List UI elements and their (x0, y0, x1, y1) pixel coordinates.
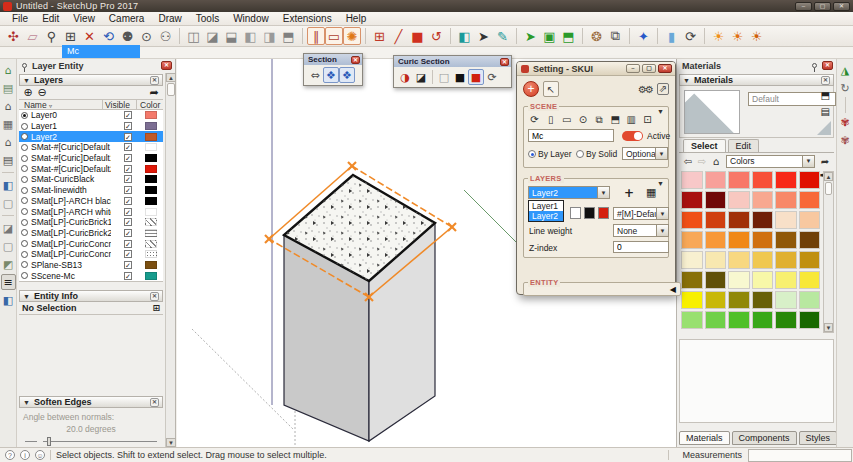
color-swatch[interactable] (681, 171, 703, 189)
layer-row[interactable]: SMat[LP]-CuricConcrete2 (19, 249, 163, 260)
menu-item[interactable]: Draw (151, 13, 188, 24)
curic-section-rotate-icon[interactable]: ↺ (427, 27, 446, 46)
color-swatch[interactable] (728, 271, 750, 289)
measurements-input[interactable] (748, 449, 852, 462)
layer-color-swatch[interactable] (145, 154, 157, 162)
position-camera-tool-icon[interactable]: ⚉ (118, 27, 137, 46)
soften-edges-header[interactable]: ▼ Soften Edges ✕ (19, 396, 163, 408)
color-swatch[interactable] (799, 291, 821, 309)
layer-color-swatch[interactable] (145, 143, 157, 151)
section-display-2-icon[interactable]: ◪ (203, 27, 222, 46)
geolocation-info-icon[interactable]: i (20, 450, 30, 460)
layer-radio[interactable] (21, 251, 28, 258)
menu-item[interactable]: Window (226, 13, 276, 24)
color-swatch[interactable] (681, 311, 703, 329)
layer-row[interactable]: SPlane-SB13 (19, 260, 163, 271)
layer-color-swatch[interactable] (145, 261, 157, 269)
layer-visible-checkbox[interactable] (124, 272, 132, 280)
curic-section-line-icon[interactable]: ╱ (389, 27, 408, 46)
paint-teal-tool-icon[interactable]: ◧ (455, 27, 474, 46)
scene-copy-icon[interactable]: ⧉ (593, 113, 606, 126)
layer-visible-checkbox[interactable] (124, 165, 132, 173)
chart-triangle-icon[interactable]: ◮ (838, 62, 853, 78)
entity-detail-icon[interactable]: ⊞ (152, 303, 160, 313)
skui-maximize-button[interactable]: ▢ (642, 64, 656, 73)
layer-color-swatch[interactable] (145, 186, 157, 194)
palette-tool-icon[interactable]: ❂ (587, 27, 606, 46)
color-swatch[interactable] (799, 231, 821, 249)
color-swatch[interactable] (775, 231, 797, 249)
layer-color-swatch[interactable] (145, 218, 157, 226)
minimize-button[interactable]: – (795, 2, 812, 11)
color-swatch[interactable] (775, 171, 797, 189)
plane-outline-icon[interactable]: ▢ (1, 195, 16, 211)
layer-color-swatch[interactable] (145, 133, 157, 141)
menu-item[interactable]: Help (339, 13, 374, 24)
shadow-sun-hour-icon[interactable]: ☀ (747, 27, 766, 46)
fill-black-icon[interactable]: ■ (452, 69, 468, 85)
layer-radio[interactable] (21, 187, 28, 194)
layer-color-swatch[interactable] (145, 111, 157, 119)
plane-gray-icon[interactable]: ◩ (1, 256, 16, 272)
skui-close-button[interactable]: ✕ (658, 64, 672, 73)
back-arrow-icon[interactable]: ⇦ (681, 156, 695, 167)
layer-row[interactable]: SMat[LP]-ARCH black (19, 196, 163, 207)
menu-item[interactable]: Edit (35, 13, 66, 24)
pencil-teal-tool-icon[interactable]: ✎ (493, 27, 512, 46)
select-cursor-tool-icon[interactable]: ➤ (474, 27, 493, 46)
layer-row[interactable]: Layer0 (19, 110, 163, 121)
layer-radio[interactable] (21, 165, 28, 172)
plane-blue-icon[interactable]: ◧ (1, 177, 16, 193)
display-section-fill-icon[interactable]: ✺ (343, 27, 361, 45)
add-layer-icon[interactable]: ⊕ (21, 87, 35, 99)
curic-hatch-icon[interactable]: ◪ (413, 69, 429, 85)
section-toolbar-close-icon[interactable]: ✕ (351, 56, 360, 64)
home-outline-icon[interactable]: ⌂ (1, 98, 16, 114)
layer-visible-checkbox[interactable] (124, 197, 132, 205)
color-swatch[interactable] (752, 271, 774, 289)
layer-color-swatch[interactable] (145, 165, 157, 173)
pin-icon[interactable] (812, 63, 817, 68)
dropdown-arrow-icon[interactable]: ▼ (802, 156, 814, 167)
color-swatch[interactable] (705, 231, 727, 249)
pin-icon[interactable] (22, 63, 27, 68)
flower-rose-icon[interactable]: ✾ (838, 132, 853, 148)
plane-outline-2-icon[interactable]: ▢ (1, 238, 16, 254)
color-grid-scrollbar[interactable]: ▲ ▼ (823, 171, 834, 333)
color-swatch[interactable] (752, 191, 774, 209)
display-section-cuts-icon[interactable]: ▭ (325, 27, 343, 45)
color-swatch[interactable] (728, 231, 750, 249)
scene-refresh-icon[interactable]: ⟳ (528, 113, 541, 126)
layer-radio[interactable] (21, 144, 28, 151)
color-swatch[interactable] (775, 311, 797, 329)
layer-grid-icon[interactable]: ▦ (646, 186, 656, 199)
materials-tray-close-icon[interactable]: ✕ (822, 61, 833, 70)
color-swatch[interactable] (728, 291, 750, 309)
color-swatch[interactable] (799, 191, 821, 209)
layers-panel-header[interactable]: ▼ Layers ✕ (19, 74, 163, 86)
layer-row[interactable]: SMat[LP]-CuricBrick2 (19, 228, 163, 239)
color-swatch[interactable] (799, 171, 821, 189)
tray-tab[interactable]: Materials (679, 431, 730, 445)
color-swatch[interactable] (752, 231, 774, 249)
color-swatch[interactable] (681, 191, 703, 209)
fill-red-icon[interactable]: ■ (468, 69, 484, 85)
section-display-3-icon[interactable]: ⬓ (222, 27, 241, 46)
color-swatch[interactable] (775, 251, 797, 269)
scene-display-icon[interactable]: ▭ (560, 113, 573, 126)
color-swatch[interactable] (775, 211, 797, 229)
cube-green-tool-icon[interactable]: ⬒ (559, 27, 578, 46)
color-swatch[interactable] (705, 211, 727, 229)
layers-stack-icon[interactable]: ≡ (1, 274, 16, 290)
dropdown-arrow-icon[interactable]: ▼ (655, 148, 667, 159)
layer-row[interactable]: Layer2 (19, 131, 163, 142)
tray-tab[interactable]: Styles (799, 431, 838, 445)
shadow-sun-date-icon[interactable]: ☀ (728, 27, 747, 46)
fill-black-swatch[interactable] (584, 207, 595, 219)
key-tool-icon[interactable]: ✦ (634, 27, 653, 46)
color-swatch[interactable] (728, 191, 750, 209)
box-green-icon[interactable]: ▤ (1, 80, 16, 96)
layer-row[interactable]: SMat[LP]-CuricBrick1 (19, 217, 163, 228)
collapse-triangle-icon[interactable]: ▼ (657, 180, 664, 187)
roof-green-icon[interactable]: ⌂ (1, 62, 16, 78)
